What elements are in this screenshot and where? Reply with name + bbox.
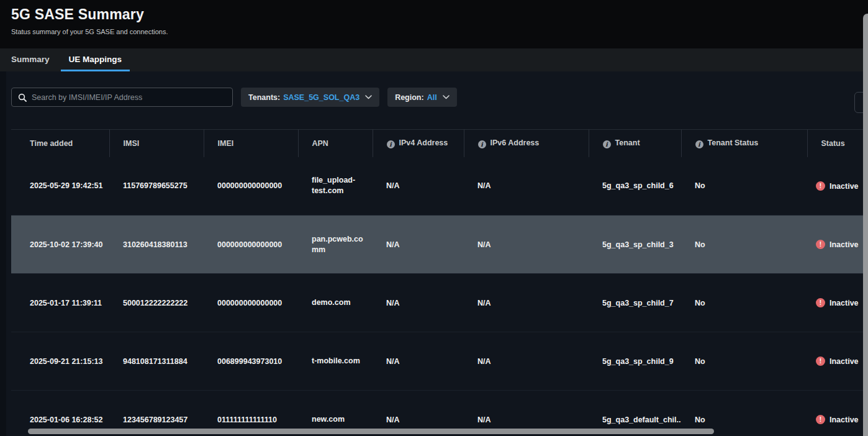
column-label: Tenant (615, 139, 640, 147)
info-icon[interactable]: i (387, 140, 395, 148)
cell-tenant: 5g_qa3_sp_child_6 (589, 157, 681, 216)
column-label: IMSI (124, 139, 140, 148)
inactive-alert-icon: ! (816, 240, 825, 249)
column-label: Status (821, 139, 845, 148)
cell-ipv4: N/A (373, 332, 464, 391)
cell-imei: 000000000000000 (204, 157, 298, 216)
status-label: Inactive (830, 181, 859, 190)
table-row-selected[interactable]: 2025-10-02 17:39:40 310260418380113 0000… (11, 216, 863, 274)
cell-ipv4: N/A (373, 157, 464, 216)
cell-tenant: 5g_qa3_sp_child_9 (589, 332, 681, 391)
info-icon[interactable]: i (603, 140, 611, 148)
column-header-tenant[interactable]: iTenant (589, 130, 681, 157)
cell-time-added: 2025-05-29 19:42:51 (11, 157, 109, 216)
cell-imsi: 948108171311884 (109, 332, 204, 391)
page-subtitle: Status summary of your 5G SASE and conne… (11, 28, 868, 35)
filter-bar: Tenants: SASE_5G_SOL_QA3 Region: All (11, 88, 457, 107)
table-header-row: Time added IMSI IMEI APN iIPv4 Address i… (11, 130, 863, 157)
cell-tenant-status: No (681, 216, 807, 274)
cell-ipv4: N/A (373, 274, 464, 332)
cell-apn: demo.com (298, 274, 373, 332)
inactive-alert-icon: ! (816, 357, 825, 366)
cell-imei: 000000000000000 (204, 274, 298, 332)
cell-status: !Inactive (807, 391, 863, 436)
info-icon[interactable]: i (478, 140, 486, 148)
cell-apn: pan.pcweb.comm (298, 216, 373, 274)
search-icon (18, 93, 27, 102)
cell-ipv6: N/A (464, 274, 589, 332)
inactive-alert-icon: ! (816, 298, 825, 307)
tab-bar: Summary UE Mappings (0, 48, 868, 71)
column-label: Tenant Status (708, 139, 759, 147)
cell-ipv6: N/A (464, 332, 589, 391)
horizontal-scrollbar-thumb[interactable] (28, 429, 714, 434)
region-dropdown-label: Region: (395, 93, 424, 102)
region-dropdown[interactable]: Region: All (387, 88, 457, 107)
tenants-dropdown-value: SASE_5G_SOL_QA3 (283, 93, 359, 102)
page-header: 5G SASE Summary Status summary of your 5… (0, 0, 868, 48)
cell-apn: t-mobile.com (298, 332, 373, 391)
cell-apn: file_upload-test.com (298, 157, 373, 216)
chevron-down-icon (443, 95, 450, 99)
cell-imsi: 500012222222222 (109, 274, 204, 332)
vertical-scrollbar[interactable] (863, 14, 868, 436)
content-area: Tenants: SASE_5G_SOL_QA3 Region: All (0, 71, 868, 436)
page-title: 5G SASE Summary (11, 6, 868, 23)
cell-tenant-status: No (681, 157, 807, 216)
column-label: IMEI (218, 139, 234, 148)
cell-imsi: 310260418380113 (109, 216, 204, 274)
cell-imei: 006899943973010 (204, 332, 298, 391)
status-label: Inactive (830, 416, 859, 424)
inactive-alert-icon: ! (816, 415, 825, 424)
region-dropdown-value: All (427, 93, 437, 102)
chevron-down-icon (365, 95, 372, 99)
column-label: APN (312, 139, 328, 148)
cell-time-added: 2025-09-21 21:15:13 (11, 332, 109, 391)
column-label: IPv6 Address (491, 139, 540, 147)
cell-tenant: 5g_qa3_sp_child_3 (589, 216, 681, 274)
left-gutter (0, 71, 6, 436)
5g-sase-summary-screen: 5G SASE Summary Status summary of your 5… (0, 0, 868, 436)
column-label: Time added (30, 139, 73, 148)
cell-ipv6: N/A (464, 157, 589, 216)
cell-time-added: 2025-01-17 11:39:11 (11, 274, 109, 332)
search-input-wrapper (11, 88, 233, 107)
cell-status: !Inactive (807, 157, 863, 216)
column-header-ipv4-address[interactable]: iIPv4 Address (373, 130, 464, 157)
column-label: IPv4 Address (399, 139, 448, 147)
cell-time-added: 2025-10-02 17:39:40 (11, 216, 109, 274)
cell-tenant-status: No (681, 274, 807, 332)
column-header-imei[interactable]: IMEI (204, 130, 298, 157)
column-header-ipv6-address[interactable]: iIPv6 Address (464, 130, 589, 157)
column-header-imsi[interactable]: IMSI (109, 130, 204, 157)
cell-tenant-status: No (681, 332, 807, 391)
search-input[interactable] (32, 93, 226, 102)
cell-imei: 000000000000000 (204, 216, 298, 274)
cell-ipv6: N/A (464, 216, 589, 274)
tenants-dropdown[interactable]: Tenants: SASE_5G_SOL_QA3 (241, 88, 379, 107)
column-header-time-added[interactable]: Time added (11, 130, 109, 157)
status-label: Inactive (830, 240, 859, 249)
ue-mappings-table: Time added IMSI IMEI APN iIPv4 Address i… (11, 129, 863, 436)
status-label: Inactive (830, 357, 859, 366)
column-header-status[interactable]: Status (807, 130, 863, 157)
column-header-tenant-status[interactable]: iTenant Status (681, 130, 807, 157)
table-row[interactable]: 2025-09-21 21:15:13 948108171311884 0068… (11, 332, 863, 391)
cell-imsi: 115769789655275 (109, 157, 204, 216)
column-header-apn[interactable]: APN (298, 130, 373, 157)
info-icon[interactable]: i (695, 140, 703, 148)
cell-status: !Inactive (807, 216, 863, 274)
cell-status: !Inactive (807, 332, 863, 391)
tenants-dropdown-label: Tenants: (248, 93, 280, 102)
cell-status: !Inactive (807, 274, 863, 332)
status-label: Inactive (830, 299, 859, 307)
cell-ipv4: N/A (373, 216, 464, 274)
table-row[interactable]: 2025-05-29 19:42:51 115769789655275 0000… (11, 157, 863, 216)
cell-tenant: 5g_qa3_sp_child_7 (589, 274, 681, 332)
inactive-alert-icon: ! (816, 181, 825, 191)
tab-ue-mappings[interactable]: UE Mappings (61, 48, 130, 71)
tab-summary[interactable]: Summary (11, 48, 58, 71)
table-row[interactable]: 2025-01-17 11:39:11 500012222222222 0000… (11, 274, 863, 332)
